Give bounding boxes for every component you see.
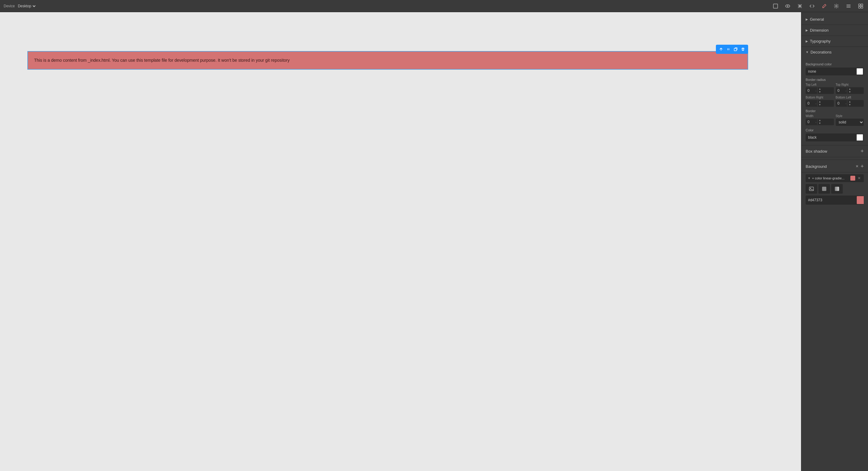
general-label: General bbox=[810, 17, 824, 22]
decorations-header[interactable]: ▼ Decorations bbox=[801, 47, 868, 58]
chevron-down-icon: ▼ bbox=[806, 51, 809, 54]
border-style-select[interactable]: solid dashed dotted none bbox=[836, 119, 864, 126]
box-shadow-section: Box shadow + bbox=[801, 145, 868, 157]
tl-down-btn[interactable]: ▼ bbox=[817, 91, 823, 94]
dimension-header[interactable]: ▶ Dimension bbox=[801, 25, 868, 36]
bg-item-close-btn[interactable]: ✕ bbox=[857, 176, 861, 180]
move-up-btn[interactable] bbox=[718, 46, 724, 53]
bg-item-swatch[interactable] bbox=[850, 176, 855, 180]
border-color-swatch[interactable] bbox=[857, 134, 863, 141]
bl-input[interactable] bbox=[836, 100, 845, 107]
square-icon[interactable] bbox=[772, 2, 779, 10]
svg-rect-17 bbox=[734, 48, 737, 51]
bg-hex-input[interactable] bbox=[806, 196, 856, 204]
svg-point-11 bbox=[727, 48, 728, 49]
br-input[interactable] bbox=[806, 100, 815, 107]
tl-spinner: ▲ ▼ bbox=[817, 88, 823, 94]
tr-up-btn[interactable]: ▲ bbox=[847, 88, 852, 91]
tl-dash: - bbox=[815, 89, 817, 93]
device-label: Device bbox=[4, 4, 15, 8]
border-color-input[interactable] bbox=[806, 134, 856, 141]
svg-point-13 bbox=[727, 49, 728, 50]
demo-text: This is a demo content from _index.html.… bbox=[34, 58, 290, 63]
tr-dash: - bbox=[845, 89, 847, 93]
chevron-right-icon2: ▶ bbox=[806, 29, 808, 32]
svg-point-15 bbox=[727, 49, 728, 49]
tl-up-btn[interactable]: ▲ bbox=[817, 88, 823, 91]
svg-rect-20 bbox=[822, 187, 826, 191]
delete-btn[interactable] bbox=[740, 46, 746, 53]
width-label: Width bbox=[806, 114, 834, 118]
chevron-right-icon: ▶ bbox=[806, 18, 808, 21]
br-dash: - bbox=[815, 102, 817, 105]
tl-input-row: - ▲ ▼ bbox=[806, 87, 834, 94]
border-width-input[interactable] bbox=[806, 119, 815, 125]
drag-btn[interactable] bbox=[725, 46, 732, 53]
background-section-header: Background ✕ + bbox=[801, 161, 868, 172]
apps-icon[interactable] bbox=[857, 2, 864, 10]
demo-content-box[interactable]: This is a demo content from _index.html.… bbox=[27, 51, 748, 70]
bl-down-btn[interactable]: ▼ bbox=[847, 103, 852, 106]
bl-spinner: ▲ ▼ bbox=[847, 100, 852, 106]
copy-btn[interactable] bbox=[732, 46, 739, 53]
border-radius-label: Border radius bbox=[806, 78, 864, 81]
tr-down-btn[interactable]: ▼ bbox=[847, 91, 852, 94]
tr-input[interactable] bbox=[836, 87, 845, 94]
panel-section-typography: ▶ Typography bbox=[801, 36, 868, 47]
bg-solid-btn[interactable] bbox=[818, 184, 830, 194]
box-shadow-label: Box shadow bbox=[806, 149, 827, 154]
br-down-btn[interactable]: ▼ bbox=[817, 103, 823, 106]
tr-spinner: ▲ ▼ bbox=[847, 88, 852, 94]
border-width-down-btn[interactable]: ▼ bbox=[817, 122, 823, 125]
eye-icon[interactable] bbox=[784, 2, 791, 10]
panel-section-dimension: ▶ Dimension bbox=[801, 25, 868, 36]
br-label: Bottom Right bbox=[806, 96, 834, 99]
border-color-input-row bbox=[806, 133, 864, 141]
separator-1 bbox=[801, 160, 868, 160]
bg-gradient-btn[interactable] bbox=[831, 184, 843, 194]
bg-color-input[interactable] bbox=[806, 68, 856, 75]
svg-point-19 bbox=[810, 188, 811, 189]
bg-color-input-row bbox=[806, 68, 864, 75]
bg-color-label: Background color bbox=[806, 62, 864, 66]
border-width-up-btn[interactable]: ▲ bbox=[817, 119, 823, 122]
resize-icon[interactable] bbox=[796, 2, 804, 10]
bg-plus-icon: + bbox=[808, 176, 810, 180]
bl-up-btn[interactable]: ▲ bbox=[847, 100, 852, 103]
svg-point-16 bbox=[728, 49, 729, 49]
bg-hex-swatch[interactable] bbox=[857, 196, 864, 204]
typography-label: Typography bbox=[810, 39, 831, 43]
panel-section-general: ▶ General bbox=[801, 14, 868, 25]
code-icon[interactable] bbox=[808, 2, 816, 10]
radius-top-right: Top Right - ▲ ▼ bbox=[836, 83, 864, 94]
background-close-btn[interactable]: ✕ bbox=[856, 164, 859, 168]
svg-rect-8 bbox=[861, 4, 863, 6]
bg-image-btn[interactable] bbox=[806, 184, 817, 194]
panel-top-area: ▶ General ▶ Dimension ▶ Typography bbox=[801, 12, 868, 145]
box-shadow-add-btn[interactable]: + bbox=[860, 148, 864, 154]
device-select[interactable]: Desktop Tablet Mobile bbox=[17, 4, 36, 8]
tl-input[interactable] bbox=[806, 87, 815, 94]
bg-options-row bbox=[806, 184, 864, 194]
box-shadow-spacer bbox=[801, 157, 868, 159]
br-up-btn[interactable]: ▲ bbox=[817, 100, 823, 103]
canvas-area[interactable]: This is a demo content from _index.html.… bbox=[0, 12, 801, 471]
style-label: Style bbox=[836, 114, 864, 118]
menu-icon[interactable] bbox=[845, 2, 852, 10]
settings-icon[interactable] bbox=[833, 2, 840, 10]
border-radius-grid: Top Left - ▲ ▼ bbox=[806, 83, 864, 107]
svg-point-12 bbox=[728, 48, 729, 49]
topbar-icons bbox=[772, 2, 864, 10]
background-add-btn[interactable]: + bbox=[860, 164, 864, 169]
svg-point-3 bbox=[836, 5, 837, 7]
br-spinner: ▲ ▼ bbox=[817, 100, 823, 106]
background-label: Background bbox=[806, 164, 827, 169]
tr-input-row: - ▲ ▼ bbox=[836, 87, 864, 94]
bg-item-text: + color linear-gradie... bbox=[812, 176, 848, 180]
typography-header[interactable]: ▶ Typography bbox=[801, 36, 868, 46]
general-header[interactable]: ▶ General bbox=[801, 14, 868, 25]
bg-color-swatch[interactable] bbox=[857, 68, 863, 75]
border-width-col: Width - ▲ ▼ bbox=[806, 114, 834, 126]
brush-icon[interactable] bbox=[820, 2, 828, 10]
tl-label: Top Left bbox=[806, 83, 834, 86]
